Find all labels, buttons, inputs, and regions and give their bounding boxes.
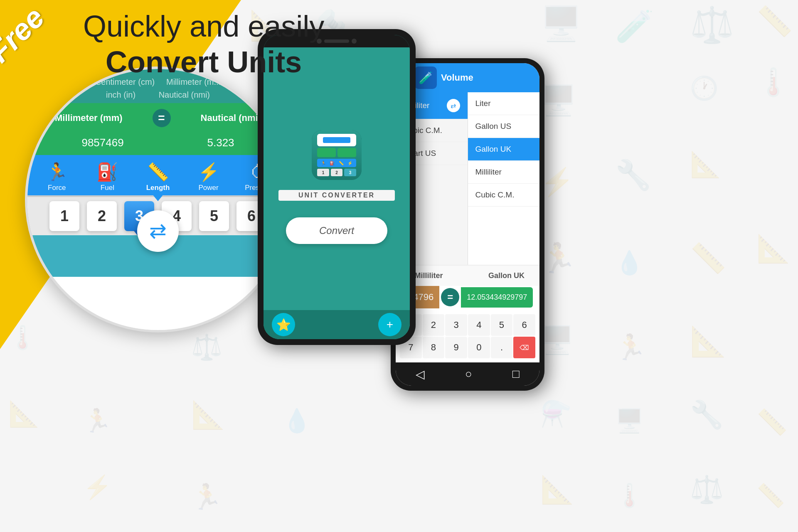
roller-digit-2: 2: [87, 201, 117, 231]
unit-list-area: Milliliter ⇄ Cubic C.M. Quart US Liter: [396, 92, 539, 265]
numpad-6[interactable]: 6: [513, 314, 535, 336]
unit-item-cubic-cm-right[interactable]: Cubic C.M.: [468, 184, 540, 207]
calc-header: Milliliter Gallon UK: [396, 266, 539, 286]
calc-equals-symbol: =: [441, 288, 459, 306]
to-value: 5.323: [207, 136, 234, 149]
unit-values-bar: 9857469 5.323: [27, 133, 288, 155]
convert-button[interactable]: Convert: [286, 217, 387, 244]
cat-fuel-label: Fuel: [101, 184, 114, 192]
phone-speaker: [324, 39, 349, 43]
volume-icon: 🧪: [419, 71, 433, 85]
fuel-icon: ⛽: [96, 162, 118, 182]
numpad-dot[interactable]: .: [491, 337, 513, 358]
calculator-area: Milliliter Gallon UK 54796 = 12.05343492…: [396, 265, 539, 362]
numpad-delete[interactable]: ⌫: [513, 337, 535, 358]
unit-item-liter[interactable]: Liter: [468, 92, 540, 115]
unit-item-milliliter-right[interactable]: Milliliter: [468, 161, 540, 184]
nav-home[interactable]: ○: [465, 367, 472, 381]
cat-power[interactable]: ⚡ Power: [190, 162, 227, 192]
calc-to-value: 12.053434929797: [461, 287, 533, 308]
swap-button-large[interactable]: ⇄: [137, 210, 179, 252]
numpad-5[interactable]: 5: [491, 314, 513, 336]
roller-digit-5: 5: [199, 201, 229, 231]
category-row: 🏃 Force ⛽ Fuel 📏 Length ⚡ Power ⏱ Pressu…: [27, 155, 288, 195]
phone1-content: 🏃 ⛽ 📏 ⚡ 1 2: [264, 47, 410, 339]
swap-arrows-icon: ⇄: [149, 219, 167, 243]
calc-to-unit: Gallon UK: [480, 271, 533, 280]
from-value: 9857469: [81, 136, 123, 149]
cat-length[interactable]: 📏 Length: [139, 162, 177, 192]
numpad-2[interactable]: 2: [423, 314, 445, 336]
volume-icon-box: 🧪: [414, 66, 437, 89]
headline-line1: Quickly and easily: [83, 8, 324, 44]
cat-force[interactable]: 🏃 Force: [38, 162, 76, 192]
unit-list-right: Liter Gallon US Gallon UK Milliliter Cub…: [468, 92, 540, 265]
phone1-bottom-bar: ⭐ +: [264, 310, 410, 339]
headline: Quickly and easily Convert Units: [83, 8, 324, 80]
unit-item-gallon-us[interactable]: Gallon US: [468, 115, 540, 138]
roller-digit-1: 1: [49, 201, 79, 231]
cat-power-label: Power: [198, 184, 218, 192]
equals-symbol: =: [153, 109, 171, 127]
unit-option-inch: inch (in): [106, 90, 135, 99]
numpad: 1 2 3 4 5 6 7 8 9 0 . ⌫: [396, 313, 539, 362]
cat-length-label: Length: [146, 184, 170, 192]
phone1-screen: 🏃 ⛽ 📏 ⚡ 1 2: [264, 35, 410, 339]
volume-label: Volume: [441, 72, 473, 83]
cat-force-label: Force: [48, 184, 66, 192]
unit-display-bar: Millimeter (mm) = Nautical (nmi): [27, 103, 288, 133]
volume-header-bar: ... 🧪 Volume: [396, 63, 539, 92]
phone2-nav-bar: ◁ ○ □: [396, 362, 539, 386]
numpad-9[interactable]: 9: [445, 337, 467, 358]
favorites-button[interactable]: ⭐: [272, 313, 295, 336]
cat-fuel[interactable]: ⛽ Fuel: [89, 162, 126, 192]
add-button[interactable]: +: [378, 313, 401, 336]
phone2-screen: ... 🧪 Volume Milliliter ⇄ Cubic C.M.: [396, 63, 539, 386]
numpad-0[interactable]: 0: [468, 337, 490, 358]
nav-recents[interactable]: □: [512, 367, 520, 381]
swap-icon-small: ⇄: [447, 99, 460, 112]
force-icon: 🏃: [46, 162, 68, 182]
nav-back[interactable]: ◁: [416, 367, 425, 381]
from-unit-name: Millimeter (mm): [55, 113, 123, 123]
unit-item-gallon-uk[interactable]: Gallon UK: [468, 138, 540, 161]
calc-value-row: 54796 = 12.053434929797: [396, 286, 539, 313]
length-icon: 📏: [147, 162, 169, 182]
unit-option-nautical: Nautical (nmi): [159, 90, 210, 99]
app-icon: 🏃 ⛽ 📏 ⚡ 1 2: [312, 130, 362, 180]
unit-converter-label: UNIT CONVERTER: [298, 192, 375, 199]
numpad-8[interactable]: 8: [423, 337, 445, 358]
headline-line2: Convert Units: [83, 44, 324, 80]
numpad-3[interactable]: 3: [445, 314, 467, 336]
numpad-4[interactable]: 4: [468, 314, 490, 336]
to-unit-name: Nautical (nmi): [201, 113, 261, 123]
circle-magnified-view: Centimeter (cm) Millimeter (m... inch (i…: [25, 66, 291, 332]
power-icon: ⚡: [198, 162, 219, 182]
phone-camera-2: [352, 39, 357, 44]
